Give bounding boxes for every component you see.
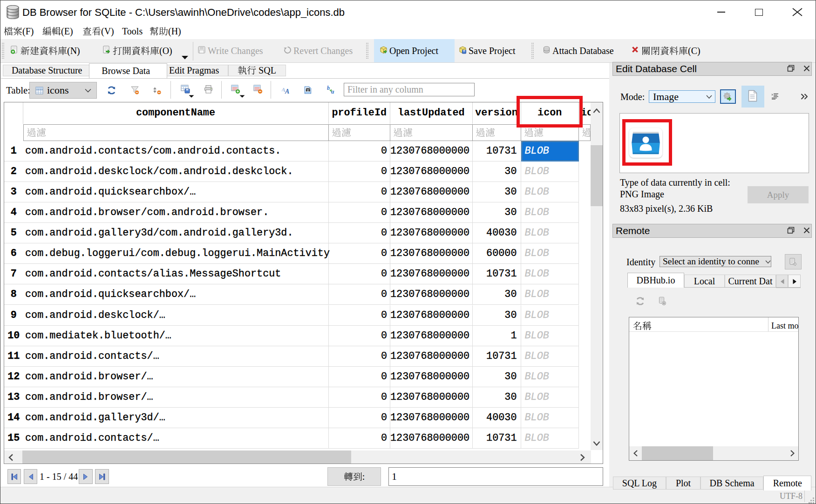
svg-text:a: a (331, 88, 334, 94)
svg-text:A: A (282, 86, 285, 93)
svg-text:b: b (327, 86, 330, 91)
svg-text:A: A (285, 88, 289, 94)
